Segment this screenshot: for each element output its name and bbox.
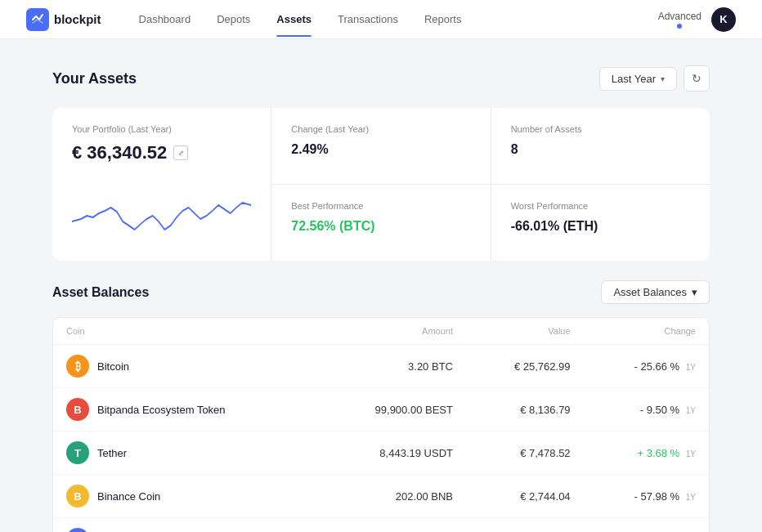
- sparkline-container: [72, 177, 251, 244]
- coin-value-0: € 25,762.99: [466, 345, 584, 388]
- your-assets-title: Your Assets: [52, 70, 137, 87]
- col-change: Change: [584, 318, 709, 345]
- portfolio-label: Your Portfolio (Last Year): [72, 124, 251, 134]
- coin-amount-3: 202.00 BNB: [317, 475, 466, 518]
- table-row: B Bitpanda Ecosystem Token 99,900.00 BES…: [53, 388, 709, 431]
- coin-change-1: - 9.50 % 1Y: [584, 388, 709, 431]
- coin-name-0: Bitcoin: [97, 360, 129, 373]
- logo-icon: [26, 8, 49, 31]
- avatar[interactable]: K: [711, 7, 736, 32]
- nav-depots[interactable]: Depots: [205, 2, 262, 37]
- coin-icon-4: B: [66, 528, 89, 532]
- num-assets-value: 8: [511, 142, 690, 157]
- balances-title: Asset Balances: [52, 285, 149, 300]
- nav-links: Dashboard Depots Assets Transactions Rep…: [128, 2, 658, 37]
- coin-value-2: € 7,478.52: [466, 431, 584, 475]
- coin-amount-2: 8,443.19 USDT: [317, 431, 466, 475]
- best-performance-card: Best Performance 72.56% (BTC): [271, 185, 490, 261]
- coin-change-3: - 57.98 % 1Y: [584, 475, 709, 518]
- advanced-button[interactable]: Advanced: [658, 11, 701, 29]
- portfolio-value: € 36,340.52 ⤢: [72, 142, 251, 163]
- expand-icon[interactable]: ⤢: [173, 145, 188, 160]
- col-amount: Amount: [317, 318, 466, 345]
- balances-dropdown[interactable]: Asset Balances ▾: [601, 280, 710, 304]
- worst-performance-card: Worst Performance -66.01% (ETH): [491, 185, 710, 261]
- stats-grid: Your Portfolio (Last Year) € 36,340.52 ⤢…: [52, 108, 710, 261]
- best-value: 72.56% (BTC): [291, 219, 470, 234]
- advanced-dot: [677, 24, 682, 29]
- coin-cell-3: B Binance Coin: [53, 475, 317, 518]
- best-label: Best Performance: [291, 201, 470, 211]
- coin-name-2: Tether: [97, 447, 127, 459]
- coin-change-4: 0.00 % 1Y: [584, 518, 709, 533]
- refresh-icon: ↻: [692, 72, 701, 85]
- coin-cell-0: ₿ Bitcoin: [53, 345, 317, 388]
- coin-cell-2: T Tether: [53, 431, 317, 475]
- table-row: B Blockpit TAX Token 10,000.00 TAX € 1,0…: [53, 518, 709, 533]
- balances-section-header: Asset Balances Asset Balances ▾: [52, 280, 710, 304]
- asset-balances-table: Coin Amount Value Change ₿ Bitcoin 3.20 …: [53, 318, 709, 532]
- coin-icon-3: B: [66, 485, 89, 507]
- coin-value-4: € 1,000.00: [466, 518, 584, 533]
- coin-amount-4: 10,000.00 TAX: [317, 518, 466, 533]
- period-dropdown[interactable]: Last Year ▾: [599, 67, 677, 91]
- coin-icon-0: ₿: [66, 355, 89, 378]
- col-coin: Coin: [53, 318, 317, 345]
- coin-value-1: € 8,136.79: [466, 388, 584, 431]
- nav-right: Advanced K: [658, 7, 736, 32]
- coin-amount-0: 3.20 BTC: [317, 345, 466, 388]
- main-content: Your Assets Last Year ▾ ↻ Your Portfolio…: [13, 39, 749, 532]
- change-card: Change (Last Year) 2.49%: [271, 108, 490, 184]
- coin-icon-1: B: [66, 398, 89, 421]
- coin-name-3: Binance Coin: [97, 490, 160, 503]
- portfolio-sparkline: [72, 177, 251, 242]
- coin-cell-4: B Blockpit TAX Token: [53, 518, 317, 533]
- header-controls: Last Year ▾ ↻: [599, 65, 710, 92]
- change-value: 2.49%: [291, 142, 470, 157]
- coin-amount-1: 99,900.00 BEST: [317, 388, 466, 431]
- period-tag-1: 1Y: [686, 406, 696, 415]
- chevron-down-icon: ▾: [661, 74, 665, 83]
- worst-label: Worst Performance: [511, 201, 690, 211]
- nav-reports[interactable]: Reports: [413, 2, 473, 37]
- worst-value: -66.01% (ETH): [511, 219, 690, 234]
- num-assets-card: Number of Assets 8: [491, 108, 710, 184]
- logo-text: blockpit: [54, 12, 101, 26]
- table-row: ₿ Bitcoin 3.20 BTC € 25,762.99 - 25.66 %…: [53, 345, 709, 388]
- nav-transactions[interactable]: Transactions: [326, 2, 410, 37]
- nav-dashboard[interactable]: Dashboard: [128, 2, 203, 37]
- portfolio-card: Your Portfolio (Last Year) € 36,340.52 ⤢: [52, 108, 271, 261]
- table-row: T Tether 8,443.19 USDT € 7,478.52 + 3.68…: [53, 431, 709, 475]
- refresh-button[interactable]: ↻: [684, 65, 710, 92]
- coin-value-3: € 2,744.04: [466, 475, 584, 518]
- period-tag-0: 1Y: [686, 363, 696, 372]
- your-assets-header: Your Assets Last Year ▾ ↻: [52, 65, 710, 92]
- col-value: Value: [466, 318, 584, 345]
- coin-icon-2: T: [66, 441, 89, 464]
- table-header: Coin Amount Value Change: [53, 318, 709, 345]
- coin-change-2: + 3.68 % 1Y: [584, 431, 709, 475]
- change-label: Change (Last Year): [291, 124, 470, 134]
- navbar: blockpit Dashboard Depots Assets Transac…: [0, 0, 762, 39]
- asset-balances-table-wrap: Coin Amount Value Change ₿ Bitcoin 3.20 …: [52, 317, 710, 532]
- coin-change-0: - 25.66 % 1Y: [584, 345, 709, 388]
- balances-chevron-icon: ▾: [692, 286, 697, 298]
- logo: blockpit: [26, 8, 101, 31]
- coin-cell-1: B Bitpanda Ecosystem Token: [53, 388, 317, 431]
- num-assets-label: Number of Assets: [511, 124, 690, 134]
- coin-name-1: Bitpanda Ecosystem Token: [97, 404, 226, 416]
- table-row: B Binance Coin 202.00 BNB € 2,744.04 - 5…: [53, 475, 709, 518]
- period-tag-2: 1Y: [686, 449, 696, 458]
- period-tag-3: 1Y: [686, 493, 696, 502]
- nav-assets[interactable]: Assets: [265, 2, 323, 37]
- table-body: ₿ Bitcoin 3.20 BTC € 25,762.99 - 25.66 %…: [53, 345, 709, 533]
